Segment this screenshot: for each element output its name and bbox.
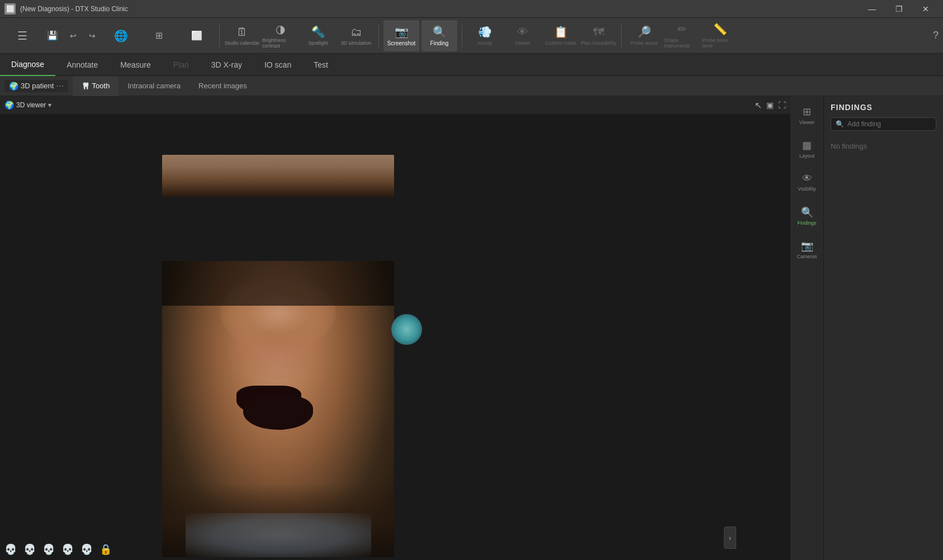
airway-btn[interactable]: 💨 Airway [467,20,503,51]
tab-intraoral[interactable]: Intraoral camera [119,76,189,96]
menu-btn[interactable]: ☰ [4,20,40,51]
plan-trace-icon: 🗺 [593,26,604,39]
shape-instr-label: Shape instruments [664,37,700,49]
visibility-sidebar-icon: 👁 [802,173,812,184]
skull-icon-4[interactable]: 💀 [61,543,74,556]
bottom-status-bar: 💀 💀 💀 💀 💀 🔒 [4,543,112,556]
search-icon: 🔍 [836,120,844,128]
tab-group-menu[interactable]: ··· [56,81,63,91]
shape-instruments-btn[interactable]: ✏ Shape instruments [664,20,700,51]
finding-label: Finding [430,40,449,46]
close-btn[interactable]: ✕ [913,0,939,18]
shape-instr-icon: ✏ [677,22,687,36]
sidebar-icons: ⊞ Viewer ▦ Layout 👁 Visibility 🔍 Finding… [790,96,824,560]
restore-btn[interactable]: ❐ [886,0,912,18]
studio-calendar-icon: 🗓 [236,26,248,39]
face-main-image [162,261,394,557]
findings-header: FINDINGS [831,103,936,112]
custom-notes-icon: 📋 [554,25,568,39]
minimize-btn[interactable]: — [859,0,885,18]
cameras-sidebar-btn[interactable]: 📷 Cameras [793,235,822,264]
cursor-icon[interactable]: ↖ [755,100,762,111]
plan-traceability-btn[interactable]: 🗺 Plan traceability [581,20,617,51]
spotlight-btn[interactable]: 🔦 Spotlight [300,20,336,51]
brightness-contrast-btn[interactable]: ◑ Brightness contrast [262,20,298,51]
window-title: (New Diagnosis) - DTX Studio Clinic [20,5,859,13]
fullscreen-icon[interactable]: ⛶ [778,101,786,110]
sidebar-collapse-btn[interactable]: › [724,526,736,549]
probe-bone-label: Probe bone level [702,37,738,49]
plan-trace-label: Plan traceability [581,40,617,46]
findings-search-box[interactable]: 🔍 [831,117,936,131]
nav-diagnose[interactable]: Diagnose [0,54,55,76]
nav-annotate[interactable]: Annotate [55,54,109,76]
viewer-label-group[interactable]: 🌍 3D viewer ▾ [4,101,51,110]
3d-sim-label: 3D simulation [341,40,372,46]
lock-icon[interactable]: 🔒 [99,543,112,556]
skull-icon-2[interactable]: 💀 [23,543,36,556]
cameras-sidebar-label: Cameras [797,254,817,259]
nav-ioscan[interactable]: IO scan [253,54,302,76]
skull-icon-1[interactable]: 💀 [4,543,17,556]
redo-icon: ↪ [89,31,96,40]
patient-tab-label: 3D patient [21,82,54,90]
viewer-sidebar-icon: ⊞ [803,106,811,118]
screenshot-btn[interactable]: 📷 Screenshot [383,20,419,51]
face-top-image [162,155,394,197]
3d-simulation-btn[interactable]: 🗂 3D simulation [338,20,374,51]
tab-recent[interactable]: Recent images [189,76,256,96]
layout-sidebar-icon: ▦ [802,139,812,151]
finding-btn[interactable]: 🔍 Finding [421,20,457,51]
findings-search-input[interactable] [847,120,931,128]
nav-test[interactable]: Test [302,54,339,76]
nav-plan: Plan [162,54,200,76]
custom-notes-btn[interactable]: 📋 Custom notes [543,20,579,51]
patient-tab-group[interactable]: 🌍 3D patient ··· [4,80,68,92]
findings-panel: FINDINGS 🔍 No findings [824,96,943,560]
probe-bone-icon: 📏 [713,22,727,36]
probe-areas-label: Probe areas [630,40,657,46]
viewer-area[interactable]: 🌍 3D viewer ▾ ↖ ▣ ⛶ [0,96,790,560]
viewer-tb-label: Viewer [515,40,530,46]
brightness-icon: ◑ [276,22,285,36]
collapse-icon: › [729,534,731,542]
nav-measure[interactable]: Measure [109,54,162,76]
frame-icon: ⬜ [191,30,202,41]
tab-tooth-label: Tooth [92,82,110,90]
grid-btn[interactable]: ⊞ [141,20,177,51]
help-btn[interactable]: ? [933,30,939,41]
menu-icon: ☰ [17,29,27,42]
cameras-sidebar-icon: 📷 [801,240,813,252]
nav-3dxray[interactable]: 3D X-ray [200,54,253,76]
layout-sidebar-btn[interactable]: ▦ Layout [793,134,822,163]
airway-label: Airway [477,40,492,46]
screenshot-icon: 📷 [395,25,409,39]
undo-btn[interactable]: ↩ [65,20,82,51]
probe-areas-btn[interactable]: 🔎 Probe areas [626,20,662,51]
finding-icon: 🔍 [433,25,447,39]
findings-sidebar-icon: 🔍 [801,206,813,219]
separator-4 [621,25,622,47]
skull-icon-5[interactable]: 💀 [80,543,93,556]
probe-bone-btn[interactable]: 📏 Probe bone level [702,20,738,51]
window-mode-icon[interactable]: ▣ [766,101,774,110]
tab-tooth[interactable]: 🦷 Tooth [73,76,119,96]
viewer-tb-btn[interactable]: 👁 Viewer [505,20,541,51]
title-bar: ⬜ (New Diagnosis) - DTX Studio Clinic — … [0,0,943,18]
visibility-sidebar-btn[interactable]: 👁 Visibility [793,168,822,197]
no-findings-text: No findings [831,140,936,153]
save-btn[interactable]: 💾 [42,20,63,51]
brightness-label: Brightness contrast [262,37,298,49]
viewer-sidebar-btn[interactable]: ⊞ Viewer [793,101,822,130]
help-icon: ? [933,30,939,41]
studio-calendar-label: Studio calendar [225,40,260,46]
frame-btn[interactable]: ⬜ [179,20,215,51]
globe-btn[interactable]: 🌐 [103,20,139,51]
findings-sidebar-btn[interactable]: 🔍 Findings [793,201,822,230]
tab-bar: 🌍 3D patient ··· 🦷 Tooth Intraoral camer… [0,76,943,96]
skull-icon-3[interactable]: 💀 [42,543,55,556]
spotlight-label: Spotlight [308,40,328,46]
redo-btn[interactable]: ↪ [84,20,101,51]
studio-calendar-btn[interactable]: 🗓 Studio calendar [224,20,260,51]
globe-icon: 🌐 [114,29,128,42]
